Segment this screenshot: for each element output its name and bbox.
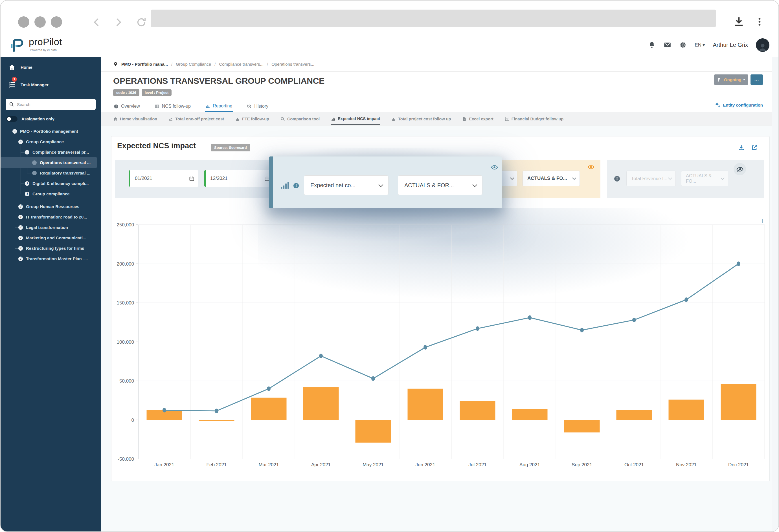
tree-item-selected[interactable]: Operations transversal ... (1, 157, 97, 168)
messages-icon[interactable] (664, 41, 671, 49)
breadcrumb-item[interactable]: Compliance transvers... (219, 62, 263, 67)
subtab-home-visualisation[interactable]: Home visualisation (113, 112, 157, 125)
tree-item[interactable]: Group compliance (1, 189, 101, 199)
tab-reporting[interactable]: Reporting (205, 99, 233, 112)
tree-item[interactable]: Group Human Ressources (1, 201, 101, 212)
line-point[interactable] (371, 376, 375, 381)
disabled-metric-dropdown[interactable]: Total Revenue I... (626, 171, 676, 186)
url-bar[interactable] (151, 10, 716, 27)
tree-item[interactable]: Transformation Master Plan -... (1, 254, 101, 264)
line-point[interactable] (319, 353, 323, 358)
bar[interactable] (303, 387, 339, 420)
search-input[interactable]: Search (6, 99, 96, 110)
scrollbar[interactable] (772, 57, 778, 531)
eye-icon[interactable] (491, 164, 498, 171)
info-node-icon (18, 246, 23, 251)
browser-menu-icon[interactable] (755, 15, 765, 29)
line-point[interactable] (163, 408, 166, 412)
line-point[interactable] (423, 345, 427, 350)
settings-icon[interactable] (679, 41, 687, 49)
breadcrumb-item[interactable]: PMO - Portfolio mana... (121, 62, 168, 67)
tree-item-label: Operations transversal ... (40, 160, 91, 165)
subtab-total-one-off-project-cost[interactable]: Total one-off project cost (169, 112, 224, 125)
bar[interactable] (669, 400, 704, 420)
bar[interactable] (251, 398, 287, 420)
line-point[interactable] (632, 318, 636, 322)
subtab-label: Home visualisation (120, 117, 157, 121)
gears-icon (715, 102, 721, 108)
info-node-icon (18, 204, 23, 209)
document-icon (462, 117, 467, 121)
tab-label: Overview (121, 104, 140, 109)
tab-ncs-follow-up[interactable]: NCS follow-up (154, 99, 191, 112)
chevron-down-icon (572, 176, 576, 180)
notifications-icon[interactable] (648, 41, 656, 49)
line-point[interactable] (476, 326, 479, 331)
tree-item[interactable]: Regulatory transversal ... (1, 168, 101, 178)
subtab-financial-budget-follow-up[interactable]: Financial Budget follow up (505, 112, 563, 125)
line-point[interactable] (737, 262, 740, 266)
entity-configuration-button[interactable]: Entity configuration (715, 102, 763, 108)
visibility-toggle[interactable] (733, 163, 746, 175)
tree-item[interactable]: Restructuring types for firms (1, 243, 101, 254)
more-actions-button[interactable]: ... (751, 74, 763, 85)
subtab-excel-export[interactable]: Excel export (462, 112, 493, 125)
primary-metric-dropdown[interactable]: Expected net co... (304, 175, 388, 195)
line-point[interactable] (580, 328, 584, 332)
bar[interactable] (512, 409, 548, 420)
browser-refresh-icon[interactable] (135, 16, 147, 28)
subtab-comparison-tool[interactable]: Comparison tool (281, 112, 320, 125)
browser-download-icon[interactable] (733, 15, 745, 28)
bar[interactable] (721, 384, 757, 420)
chart-expand-icon[interactable] (758, 219, 763, 223)
line-point[interactable] (684, 297, 688, 302)
breadcrumb-item[interactable]: Group Compliance (176, 62, 211, 67)
date-to-input[interactable]: 12/2021 (204, 170, 274, 187)
user-name[interactable]: Arthur Le Grix (713, 42, 748, 48)
language-switcher[interactable]: EN▾ (695, 42, 705, 48)
sidebar-item-home[interactable]: Home (1, 61, 101, 73)
download-icon[interactable] (738, 144, 744, 151)
bar[interactable] (460, 401, 495, 420)
subtab-fte-follow-up[interactable]: FTE follow-up (235, 112, 269, 125)
tree-item[interactable]: Marketing and Communicati... (1, 232, 101, 243)
tree-item[interactable]: IT transformation: road to 20... (1, 212, 101, 222)
disabled-mode-dropdown[interactable]: ACTUALS & FO... (681, 171, 728, 186)
tree-item[interactable]: Digital & efficiency compli... (1, 178, 101, 189)
bar[interactable] (199, 420, 234, 421)
status-dropdown-button[interactable]: Ongoing ▾ (714, 74, 748, 85)
app-logo-icon[interactable] (9, 37, 25, 53)
breadcrumb-item[interactable]: Operations transvers... (272, 62, 314, 67)
window-control-dot[interactable] (18, 16, 29, 27)
avatar[interactable] (756, 38, 769, 52)
tree-item[interactable]: PMO - Portfolio management (1, 126, 101, 136)
bar[interactable] (408, 389, 443, 420)
subtab-total-project-cost-follow-up[interactable]: Total project cost follow up (391, 112, 451, 125)
window-control-dot[interactable] (51, 16, 62, 27)
line-point[interactable] (267, 387, 271, 391)
tree-item[interactable]: Group Compliance (1, 136, 101, 147)
primary-mode-dropdown[interactable]: ACTUALS & FOR... (398, 175, 482, 195)
line-point[interactable] (528, 316, 532, 320)
browser-back-icon[interactable] (92, 17, 102, 27)
bar[interactable] (616, 410, 652, 420)
home-icon (8, 64, 15, 71)
subtab-expected-ncs-impact[interactable]: Expected NCS impact (331, 112, 380, 125)
assignation-toggle[interactable] (6, 116, 17, 122)
secondary-mode-dropdown[interactable]: ACTUALS & FO... (523, 171, 580, 186)
tab-history[interactable]: History (246, 99, 269, 112)
y-tick-label: 50,000 (119, 378, 134, 384)
browser-forward-icon[interactable] (113, 17, 124, 27)
window-control-dot[interactable] (35, 16, 46, 27)
tree-item[interactable]: Legal transformation (1, 222, 101, 232)
tree-item[interactable]: Compliance transversal pr... (1, 147, 101, 157)
tab-overview[interactable]: Overview (113, 99, 140, 112)
eye-icon[interactable] (588, 164, 594, 170)
line-point[interactable] (215, 409, 218, 413)
date-from-input[interactable]: 01/2021 (129, 170, 198, 187)
language-label: EN (695, 42, 702, 48)
external-link-icon[interactable] (751, 144, 758, 151)
bar[interactable] (564, 420, 600, 433)
chevron-down-icon (668, 176, 672, 180)
bar[interactable] (356, 420, 391, 443)
